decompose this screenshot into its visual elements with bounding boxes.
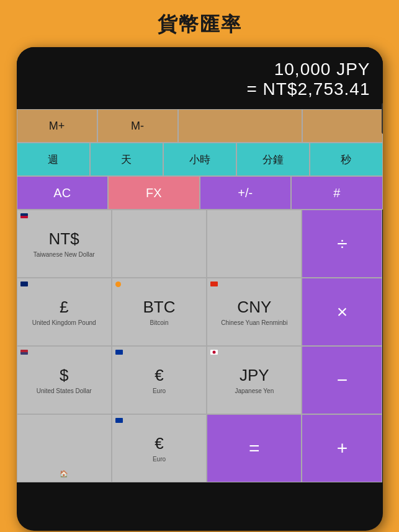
currency-gbp[interactable]: £ United Kingdom Pound — [17, 278, 112, 346]
divide-button[interactable]: ÷ — [302, 210, 382, 278]
currency-usd[interactable]: $ United States Dollar — [17, 346, 112, 414]
m-minus-button[interactable]: M- — [97, 109, 178, 143]
eur-label-1: Euro — [151, 388, 167, 394]
display-result: = NT$2,753.41 — [29, 79, 370, 99]
currency-empty-3[interactable]: 🏠 — [17, 414, 112, 482]
usd-symbol: $ — [60, 366, 68, 385]
device-frame: 10,000 JPY = NT$2,753.41 M+ M- 週 天 小時 分鐘… — [17, 47, 383, 531]
memory-row: M+ M- — [17, 109, 383, 143]
display-area: 10,000 JPY = NT$2,753.41 — [17, 47, 383, 109]
currency-jpy[interactable]: JPY Japanese Yen — [207, 346, 302, 414]
device-side-button — [382, 103, 383, 134]
display-main: 10,000 JPY — [29, 60, 370, 79]
currency-row-2: £ United Kingdom Pound BTC Bitcoin CNY C… — [17, 278, 383, 346]
memory-row-spacer2 — [302, 109, 383, 143]
hour-button[interactable]: 小時 — [163, 143, 236, 176]
flag-us-icon — [20, 350, 28, 355]
multiply-button[interactable]: × — [302, 278, 382, 346]
currency-btc[interactable]: BTC Bitcoin — [112, 278, 207, 346]
eur-symbol-2: € — [155, 434, 163, 453]
ops-row: AC FX +/- # — [17, 176, 383, 210]
second-button[interactable]: 秒 — [310, 143, 383, 176]
equals-button[interactable]: = — [207, 414, 302, 482]
add-button[interactable]: + — [302, 414, 382, 482]
flag-btc-icon — [115, 282, 121, 287]
currency-empty-2[interactable] — [207, 210, 302, 278]
flag-cn-icon — [210, 282, 218, 286]
day-button[interactable]: 天 — [90, 143, 163, 176]
cny-symbol: CNY — [237, 298, 271, 317]
subtract-button[interactable]: − — [302, 346, 382, 414]
flag-eu-icon-1 — [115, 350, 123, 355]
home-icon: 🏠 — [60, 470, 68, 478]
cny-label: Chinese Yuan Renminbi — [220, 319, 289, 326]
jpy-label: Japanese Yen — [233, 388, 275, 394]
eur-symbol-1: € — [155, 366, 163, 385]
btc-symbol: BTC — [143, 298, 175, 317]
page-title: 貨幣匯率 — [158, 0, 242, 47]
jpy-symbol: JPY — [240, 366, 269, 385]
flag-gb-icon — [20, 282, 28, 286]
currency-row-1: NT$ Taiwanese New Dollar ÷ — [17, 210, 383, 278]
currency-eur-1[interactable]: € Euro — [112, 346, 207, 414]
flag-eu-icon-2 — [115, 418, 123, 423]
gbp-label: United Kingdom Pound — [31, 319, 97, 326]
plus-minus-button[interactable]: +/- — [200, 176, 292, 210]
memory-row-spacer — [178, 109, 302, 143]
hash-button[interactable]: # — [291, 176, 383, 210]
minute-button[interactable]: 分鐘 — [236, 143, 310, 176]
time-row: 週 天 小時 分鐘 秒 — [17, 143, 383, 176]
ntd-symbol: NT$ — [49, 229, 79, 249]
currency-row-4: 🏠 € Euro = + — [17, 414, 383, 482]
eur-label-2: Euro — [151, 456, 167, 463]
m-plus-button[interactable]: M+ — [17, 109, 97, 143]
currency-row-3: $ United States Dollar € Euro JPY Japane… — [17, 346, 383, 414]
btc-label: Bitcoin — [148, 319, 169, 326]
ac-button[interactable]: AC — [17, 176, 109, 210]
flag-tw-icon — [20, 213, 28, 218]
gbp-symbol: £ — [60, 298, 68, 317]
flag-jp-icon — [210, 350, 218, 355]
calculator-body: M+ M- 週 天 小時 分鐘 秒 AC FX +/- # NT$ Taiwan… — [17, 109, 383, 482]
fx-button[interactable]: FX — [108, 176, 200, 210]
currency-cny[interactable]: CNY Chinese Yuan Renminbi — [207, 278, 302, 346]
currency-empty-1[interactable] — [112, 210, 207, 278]
ntd-label: Taiwanese New Dollar — [32, 251, 96, 258]
usd-label: United States Dollar — [35, 388, 93, 394]
currency-eur-2[interactable]: € Euro — [112, 414, 207, 482]
currency-ntd[interactable]: NT$ Taiwanese New Dollar — [17, 210, 112, 278]
week-button[interactable]: 週 — [17, 143, 90, 176]
